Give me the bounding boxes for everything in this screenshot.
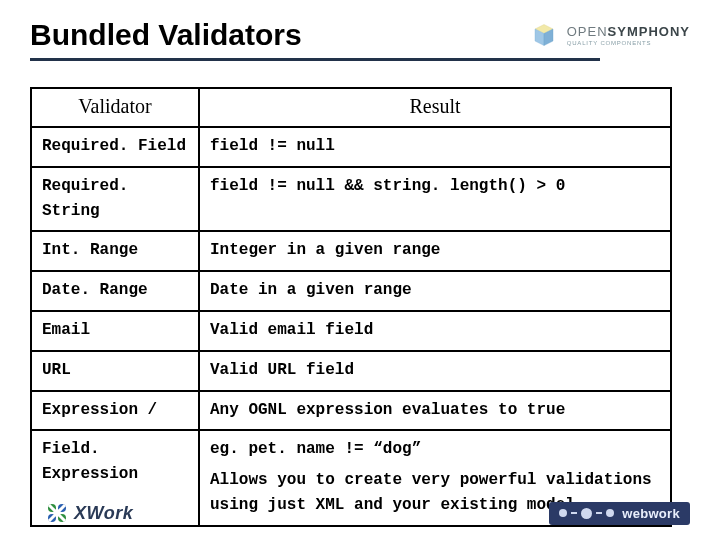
cell-validator: Email <box>31 311 199 351</box>
webwork-icon <box>559 508 614 519</box>
table-row: Expression / Any OGNL expression evaluat… <box>31 391 671 431</box>
opensymphony-logo-icon <box>529 20 559 50</box>
cell-result: Any OGNL expression evaluates to true <box>199 391 671 431</box>
cell-validator: Required. Field <box>31 127 199 167</box>
table-header-row: Validator Result <box>31 88 671 127</box>
validators-table: Validator Result Required. Field field !… <box>30 87 672 527</box>
validators-table-wrap: Validator Result Required. Field field !… <box>30 87 690 527</box>
page-title: Bundled Validators <box>30 18 302 52</box>
cell-validator: Required. String <box>31 167 199 232</box>
brand-opensymphony: OPENSYMPHONY QUALITY COMPONENTS <box>529 20 690 50</box>
table-row: Date. Range Date in a given range <box>31 271 671 311</box>
table-row: Int. Range Integer in a given range <box>31 231 671 271</box>
title-underline <box>30 58 600 61</box>
footer: XWork webwork <box>0 496 720 530</box>
cell-validator: URL <box>31 351 199 391</box>
cell-result: Integer in a given range <box>199 231 671 271</box>
cell-result: Valid URL field <box>199 351 671 391</box>
cell-result-line1: eg. pet. name != “dog” <box>210 440 421 458</box>
webwork-logo: webwork <box>549 502 690 525</box>
brand-name: OPENSYMPHONY <box>567 25 690 38</box>
table-row: Email Valid email field <box>31 311 671 351</box>
xwork-name: XWork <box>74 503 133 524</box>
col-header-validator: Validator <box>31 88 199 127</box>
cell-validator: Int. Range <box>31 231 199 271</box>
cell-validator: Date. Range <box>31 271 199 311</box>
xwork-icon <box>46 502 68 524</box>
col-header-result: Result <box>199 88 671 127</box>
cell-result: Date in a given range <box>199 271 671 311</box>
table-row: URL Valid URL field <box>31 351 671 391</box>
table-row: Required. String field != null && string… <box>31 167 671 232</box>
cell-result: Valid email field <box>199 311 671 351</box>
slide: Bundled Validators OPENSYMPHONY QUALITY … <box>0 0 720 540</box>
cell-result: field != null <box>199 127 671 167</box>
brand-tagline: QUALITY COMPONENTS <box>567 40 690 46</box>
xwork-logo: XWork <box>46 502 133 524</box>
webwork-name: webwork <box>622 506 680 521</box>
cell-validator: Expression / <box>31 391 199 431</box>
cell-result: field != null && string. length() > 0 <box>199 167 671 232</box>
table-row: Required. Field field != null <box>31 127 671 167</box>
brand-text: OPENSYMPHONY QUALITY COMPONENTS <box>567 25 690 46</box>
header: Bundled Validators OPENSYMPHONY QUALITY … <box>30 18 690 52</box>
